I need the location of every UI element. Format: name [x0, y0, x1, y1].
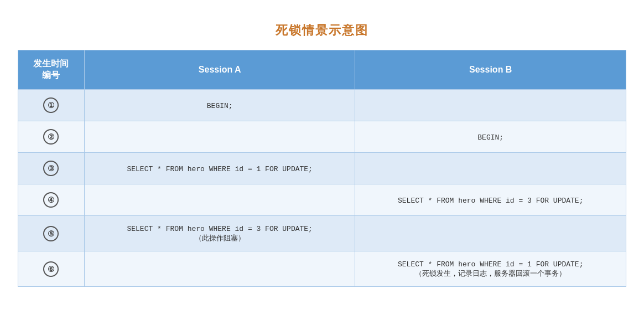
- cell-time: ④: [18, 184, 85, 216]
- table-row: ①BEGIN;: [18, 90, 626, 121]
- note-text: （死锁发生，记录日志，服务器回滚一个事务）: [415, 269, 566, 277]
- circle-number: ①: [43, 97, 59, 113]
- cell-session-a: [84, 184, 355, 216]
- cell-session-a: [84, 251, 355, 287]
- note-text: （此操作阻塞）: [195, 234, 245, 242]
- circle-number: ②: [43, 129, 59, 145]
- cell-session-b: [355, 216, 626, 251]
- cell-session-a: [84, 121, 355, 153]
- cell-time: ②: [18, 121, 85, 153]
- cell-session-a: SELECT * FROM hero WHERE id = 3 FOR UPDA…: [84, 216, 355, 251]
- sql-text: BEGIN;: [207, 102, 233, 110]
- deadlock-table: 发生时间编号 Session A Session B ①BEGIN;②BEGIN…: [18, 50, 626, 287]
- circle-number: ⑥: [43, 261, 59, 277]
- cell-time: ⑤: [18, 216, 85, 251]
- cell-time: ③: [18, 153, 85, 184]
- cell-session-b: [355, 90, 626, 121]
- cell-session-b: [355, 153, 626, 184]
- cell-session-a: SELECT * FROM hero WHERE id = 1 FOR UPDA…: [84, 153, 355, 184]
- circle-number: ④: [43, 192, 59, 208]
- header-session-b: Session B: [355, 50, 626, 90]
- circle-number: ③: [43, 161, 59, 176]
- main-container: 死锁情景示意图 发生时间编号 Session A Session B ①BEGI…: [18, 22, 626, 287]
- sql-text: SELECT * FROM hero WHERE id = 1 FOR UPDA…: [127, 165, 312, 173]
- table-row: ④SELECT * FROM hero WHERE id = 3 FOR UPD…: [18, 184, 626, 216]
- header-time: 发生时间编号: [18, 50, 85, 90]
- cell-session-b: SELECT * FROM hero WHERE id = 1 FOR UPDA…: [355, 251, 626, 287]
- page-title: 死锁情景示意图: [18, 22, 626, 39]
- cell-time: ①: [18, 90, 85, 121]
- table-header-row: 发生时间编号 Session A Session B: [18, 50, 626, 90]
- table-row: ⑥SELECT * FROM hero WHERE id = 1 FOR UPD…: [18, 251, 626, 287]
- cell-time: ⑥: [18, 251, 85, 287]
- sql-text: SELECT * FROM hero WHERE id = 3 FOR UPDA…: [127, 225, 312, 233]
- cell-session-b: SELECT * FROM hero WHERE id = 3 FOR UPDA…: [355, 184, 626, 216]
- sql-text: SELECT * FROM hero WHERE id = 3 FOR UPDA…: [398, 197, 583, 205]
- cell-session-a: BEGIN;: [84, 90, 355, 121]
- circle-number: ⑤: [43, 226, 59, 241]
- header-session-a: Session A: [84, 50, 355, 90]
- table-row: ②BEGIN;: [18, 121, 626, 153]
- cell-session-b: BEGIN;: [355, 121, 626, 153]
- sql-text: SELECT * FROM hero WHERE id = 1 FOR UPDA…: [398, 260, 583, 269]
- table-row: ③SELECT * FROM hero WHERE id = 1 FOR UPD…: [18, 153, 626, 184]
- table-row: ⑤SELECT * FROM hero WHERE id = 3 FOR UPD…: [18, 216, 626, 251]
- sql-text: BEGIN;: [477, 133, 503, 142]
